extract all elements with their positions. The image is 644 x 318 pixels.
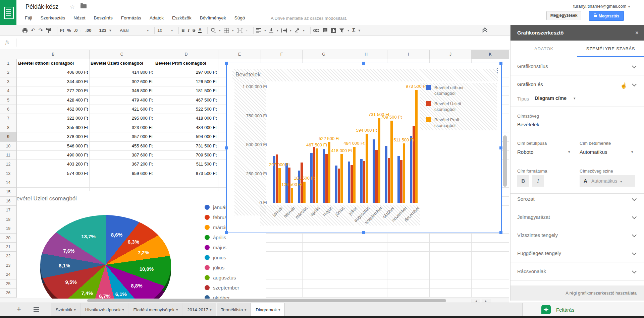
pie-legend-item[interactable]: szeptember: [205, 285, 239, 291]
chevron-down-icon[interactable]: ▾: [74, 308, 76, 312]
move-to-folder-icon[interactable]: [80, 4, 87, 8]
column-header-H[interactable]: H: [345, 50, 387, 59]
column-header-I[interactable]: I: [387, 50, 430, 59]
collapse-toolbar-button[interactable]: [483, 28, 487, 34]
pie-chart-plot[interactable]: [40, 215, 171, 299]
section-Sorozat[interactable]: Sorozat: [511, 190, 644, 208]
horizontal-align-button[interactable]: ▾: [256, 28, 266, 33]
pie-legend-item[interactable]: július: [205, 265, 224, 270]
column-header-C[interactable]: C: [90, 50, 154, 59]
row-header-18[interactable]: 18: [0, 215, 17, 224]
pie-legend-item[interactable]: április: [205, 235, 226, 240]
sheet-tab-Eladási mennyiségek[interactable]: Eladási mennyiségek▾: [128, 303, 182, 316]
column-chart-title[interactable]: Bevételek: [235, 71, 261, 78]
column-header-D[interactable]: D: [154, 50, 218, 59]
selection-handle[interactable]: [499, 146, 502, 149]
row-header-2[interactable]: 2: [0, 68, 17, 77]
menu-data[interactable]: Adatok: [150, 15, 164, 20]
text-rotate-button[interactable]: ▾: [294, 28, 305, 33]
insert-link-button[interactable]: [313, 29, 319, 32]
insert-chart-button[interactable]: [331, 28, 336, 33]
section-Függőleges tengely[interactable]: Függőleges tengely: [511, 244, 644, 262]
column-header-B[interactable]: B: [17, 50, 90, 59]
menu-insert[interactable]: Beszúrás: [94, 15, 113, 20]
selection-handle[interactable]: [225, 231, 228, 234]
column-chart[interactable]: Bevételek ⋮ 1 000 000 Ft750 000 Ft500 00…: [226, 63, 502, 233]
row-header-24[interactable]: 24: [0, 270, 17, 279]
pie-legend-item[interactable]: október: [205, 295, 230, 299]
section-Vízszintes tengely[interactable]: Vízszintes tengely: [511, 226, 644, 244]
column-header-K[interactable]: K: [472, 50, 509, 59]
strikethrough-button[interactable]: S: [193, 28, 196, 33]
title-italic-button[interactable]: I: [532, 175, 544, 187]
tab-customize[interactable]: SZEMÉLYRE SZABÁS: [577, 41, 644, 57]
legend-item[interactable]: Bevétel otthoni csomagból: [426, 85, 471, 96]
insert-comment-button[interactable]: [322, 28, 328, 33]
font-size-select[interactable]: 10▾: [157, 28, 173, 33]
selection-handle[interactable]: [362, 231, 365, 234]
legend-item[interactable]: Bevétel Üzleti csomagból: [426, 101, 471, 112]
row-header-5[interactable]: 5: [0, 96, 17, 105]
explore-panel-button[interactable]: Feltárás: [522, 303, 644, 316]
column-header-F[interactable]: F: [261, 50, 303, 59]
row-header-9[interactable]: 9: [0, 132, 17, 141]
selection-handle[interactable]: [499, 62, 502, 65]
menu-view[interactable]: Nézet: [73, 15, 85, 20]
selection-handle[interactable]: [225, 146, 228, 149]
row-header-16[interactable]: 16: [0, 197, 17, 206]
chevron-down-icon[interactable]: ▾: [568, 150, 570, 154]
sheet-tab-Terméklista[interactable]: Terméklista▾: [216, 303, 251, 316]
row-header-15[interactable]: 15: [0, 188, 17, 197]
chevron-down-icon[interactable]: ▾: [245, 308, 246, 312]
comments-button[interactable]: Megjegyzések: [546, 11, 581, 20]
sheet-tab-Diagramok[interactable]: Diagramok▾: [251, 303, 285, 316]
row-header-13[interactable]: 13: [0, 169, 17, 178]
sheet-tab-Hivatkozástípusok[interactable]: Hivatkozástípusok▾: [80, 303, 129, 316]
chevron-down-icon[interactable]: ▾: [176, 308, 178, 312]
menu-file[interactable]: Fájl: [25, 15, 32, 20]
percent-format-button[interactable]: %: [67, 28, 71, 33]
menu-format[interactable]: Formázás: [121, 15, 141, 20]
row-header-6[interactable]: 6: [0, 105, 17, 114]
redo-button[interactable]: ↷: [38, 27, 43, 34]
sheet-tab-Számlák[interactable]: Számlák▾: [51, 303, 80, 316]
row-header-10[interactable]: 10: [0, 142, 17, 151]
number-format-button[interactable]: 123▾: [99, 28, 111, 33]
row-header-22[interactable]: 22: [0, 252, 17, 261]
row-header-7[interactable]: 7: [0, 114, 17, 123]
row-header-1[interactable]: 1: [0, 59, 17, 68]
text-color-button[interactable]: A: [198, 27, 201, 33]
pie-legend-item[interactable]: augusztus: [205, 275, 236, 280]
row-header-8[interactable]: 8: [0, 123, 17, 132]
pie-legend-item[interactable]: május: [205, 245, 226, 250]
section-chart-style[interactable]: Grafikonstílus: [511, 57, 644, 75]
borders-button[interactable]: ▾: [224, 28, 234, 33]
font-family-select[interactable]: Arial▾: [120, 28, 149, 33]
section-Jelmagyarázat[interactable]: Jelmagyarázat: [511, 208, 644, 226]
row-header-23[interactable]: 23: [0, 261, 17, 270]
menu-tools[interactable]: Eszközök: [172, 15, 192, 20]
share-button[interactable]: Megosztás: [589, 11, 624, 21]
selection-handle[interactable]: [362, 62, 365, 65]
currency-format-button[interactable]: Ft: [60, 28, 64, 33]
title-bold-button[interactable]: B: [517, 175, 529, 187]
old-chart-editor-link[interactable]: A régi grafikonszerkesztő használata: [511, 285, 644, 301]
vertical-align-button[interactable]: ▾: [269, 28, 278, 33]
account-email[interactable]: turanyi.tihamer@gmail.com ▼: [573, 4, 631, 9]
row-header-20[interactable]: 20: [0, 234, 17, 243]
row-header-3[interactable]: 3: [0, 77, 17, 86]
bold-button[interactable]: B: [181, 28, 184, 33]
text-wrap-button[interactable]: ▾: [281, 28, 291, 33]
column-header-G[interactable]: G: [303, 50, 345, 59]
increase-decimals-button[interactable]: .00→: [86, 28, 96, 33]
tab-data[interactable]: ADATOK: [511, 41, 577, 57]
menu-edit[interactable]: Szerkesztés: [41, 15, 65, 20]
add-sheet-button[interactable]: +: [17, 305, 21, 314]
chevron-down-icon[interactable]: ▾: [278, 308, 280, 312]
row-header-21[interactable]: 21: [0, 243, 17, 252]
title-text-input[interactable]: Bevételek: [517, 122, 539, 127]
grid-corner[interactable]: [0, 50, 17, 59]
document-title[interactable]: Példák-kész: [25, 3, 58, 10]
row-header-12[interactable]: 12: [0, 160, 17, 169]
chevron-down-icon[interactable]: ▾: [122, 308, 124, 312]
